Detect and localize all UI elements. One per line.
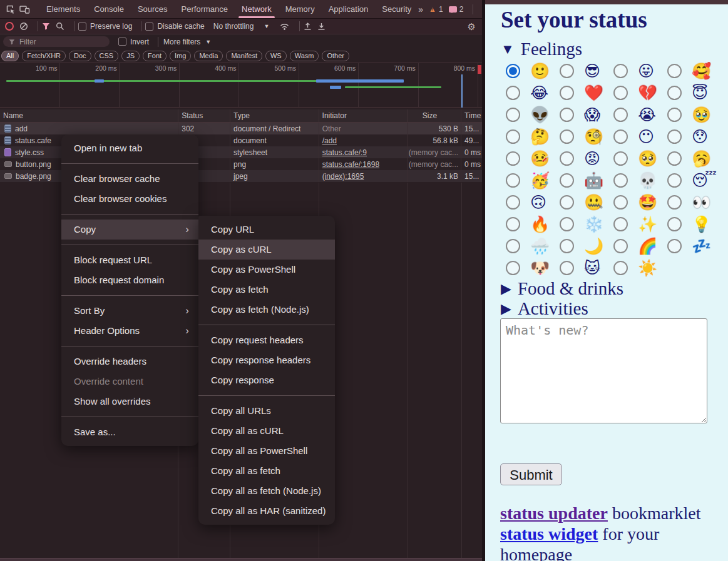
feeling-radio[interactable] (667, 64, 682, 78)
request-type-chip[interactable]: Font (143, 51, 167, 61)
feeling-option[interactable]: 🙃 (506, 191, 560, 213)
initiator-link[interactable]: status.cafe/:9 (322, 148, 367, 157)
menu-item[interactable]: Override content (61, 371, 198, 392)
feeling-radio[interactable] (506, 239, 520, 253)
feeling-radio[interactable] (613, 195, 628, 210)
network-conditions-icon[interactable] (279, 22, 290, 31)
inspect-element-icon[interactable] (6, 4, 16, 15)
menu-item[interactable]: Block request domain (61, 270, 198, 290)
feeling-radio[interactable] (506, 151, 520, 166)
feeling-radio[interactable] (613, 86, 628, 100)
feeling-radio[interactable] (560, 151, 574, 166)
menu-item[interactable]: Copy all as cURL (198, 421, 335, 441)
feeling-option[interactable]: 😎 (560, 60, 613, 82)
feeling-option[interactable]: 🤒 (506, 148, 560, 169)
feeling-radio[interactable] (613, 217, 628, 231)
feeling-radio[interactable] (506, 64, 520, 78)
devtools-tab[interactable]: Sources (131, 0, 175, 19)
menu-item[interactable]: Copy request headers (198, 330, 335, 350)
feeling-radio[interactable] (667, 217, 682, 231)
request-type-chip[interactable]: Doc (69, 51, 91, 61)
feeling-radio[interactable] (667, 195, 682, 210)
preserve-log-label[interactable]: Preserve log (90, 22, 132, 31)
menu-item[interactable]: Show all overrides (61, 392, 198, 412)
column-header-type[interactable]: Type (230, 109, 319, 122)
feeling-radio[interactable] (613, 64, 628, 78)
menu-item[interactable]: Save as... (61, 422, 198, 442)
devtools-tab[interactable]: Elements (39, 0, 87, 19)
feeling-option[interactable]: 💡 (667, 213, 721, 235)
feeling-radio[interactable] (560, 86, 574, 100)
menu-item[interactable]: Copy all as fetch (198, 461, 335, 481)
menu-item[interactable]: Sort By (61, 301, 198, 321)
feeling-option[interactable]: 😛 (613, 60, 667, 82)
devtools-tab[interactable]: Security (375, 0, 418, 19)
feeling-option[interactable]: 😶 (613, 126, 667, 148)
preserve-log-checkbox[interactable] (78, 23, 86, 31)
export-har-icon[interactable] (317, 22, 326, 31)
feeling-radio[interactable] (613, 239, 628, 253)
menu-item[interactable]: Copy all as fetch (Node.js) (198, 481, 335, 501)
network-request-row[interactable]: add 302 document / Redirect Other 530 B … (0, 123, 482, 134)
feeling-option[interactable]: 🥹 (667, 104, 721, 126)
feelings-section-toggle[interactable]: ▼ Feelings (501, 39, 582, 59)
devtools-tab[interactable]: Memory (279, 0, 322, 19)
menu-item[interactable]: Clear browser cookies (61, 189, 198, 209)
feeling-radio[interactable] (667, 151, 682, 166)
feeling-option[interactable]: 🌈 (613, 235, 667, 257)
network-overview-timeline[interactable]: 100 ms200 ms300 ms400 ms500 ms600 ms700 … (0, 63, 482, 108)
devtools-tab[interactable]: Application (322, 0, 376, 19)
feeling-option[interactable]: 💔 (613, 82, 667, 104)
invert-checkbox[interactable] (118, 38, 126, 46)
record-network-log-icon[interactable] (5, 22, 14, 31)
feeling-radio[interactable] (667, 239, 682, 253)
feeling-option[interactable]: 💤 (667, 235, 721, 257)
status-updater-link[interactable]: status updater (500, 503, 608, 523)
feeling-radio[interactable] (506, 108, 520, 122)
initiator-link[interactable]: /add (322, 136, 337, 145)
column-header-time[interactable]: Time (461, 109, 482, 122)
feeling-option[interactable]: 🐶 (506, 257, 560, 279)
invert-label[interactable]: Invert (130, 38, 149, 46)
feeling-radio[interactable] (667, 173, 682, 188)
feeling-option[interactable]: 😂 (506, 82, 560, 104)
devtools-tab[interactable]: Performance (175, 0, 235, 19)
feeling-option[interactable]: 💀 (613, 169, 667, 191)
initiator-link[interactable]: (index):1695 (322, 172, 364, 181)
feeling-option[interactable]: 🥳 (506, 169, 560, 191)
request-type-chip[interactable]: Media (194, 51, 223, 61)
feeling-radio[interactable] (613, 173, 628, 188)
feeling-option[interactable]: 🤐 (560, 191, 613, 213)
column-header-name[interactable]: Name (0, 109, 178, 122)
more-filters-dropdown[interactable]: More filters▼ (163, 38, 211, 46)
feeling-option[interactable]: 🥺 (613, 148, 667, 169)
menu-item[interactable]: Copy as cURL (198, 240, 335, 260)
feeling-radio[interactable] (560, 129, 574, 144)
request-type-chip[interactable]: Manifest (226, 51, 262, 61)
feeling-radio[interactable] (667, 86, 682, 100)
feeling-radio[interactable] (613, 108, 628, 122)
feeling-option[interactable]: ❤️ (560, 82, 613, 104)
feeling-radio[interactable] (506, 195, 520, 210)
disable-cache-label[interactable]: Disable cache (157, 22, 204, 31)
request-type-chip[interactable]: Other (322, 51, 349, 61)
feeling-option[interactable]: 🤔 (506, 126, 560, 148)
feeling-radio[interactable] (667, 129, 682, 144)
menu-item[interactable]: Copy as fetch (198, 280, 335, 300)
devtools-tab[interactable]: Console (87, 0, 131, 19)
feeling-radio[interactable] (667, 108, 682, 122)
feeling-option[interactable]: ☀️ (613, 257, 667, 279)
request-type-chip[interactable]: CSS (95, 51, 119, 61)
initiator-link[interactable]: status.cafe/:1698 (322, 160, 379, 169)
initiator-link[interactable]: Other (322, 124, 341, 133)
feeling-option[interactable]: 🐱 (560, 257, 613, 279)
feeling-radio[interactable] (506, 129, 520, 144)
feeling-radio[interactable] (506, 173, 520, 188)
feeling-option[interactable]: 😡 (560, 148, 613, 169)
search-icon[interactable] (56, 22, 64, 31)
feeling-option[interactable]: 🧐 (560, 126, 613, 148)
clear-network-log-icon[interactable] (19, 22, 28, 31)
column-header-status[interactable]: Status (178, 109, 230, 122)
status-textarea[interactable] (500, 318, 707, 423)
request-type-chip[interactable]: Img (170, 51, 191, 61)
